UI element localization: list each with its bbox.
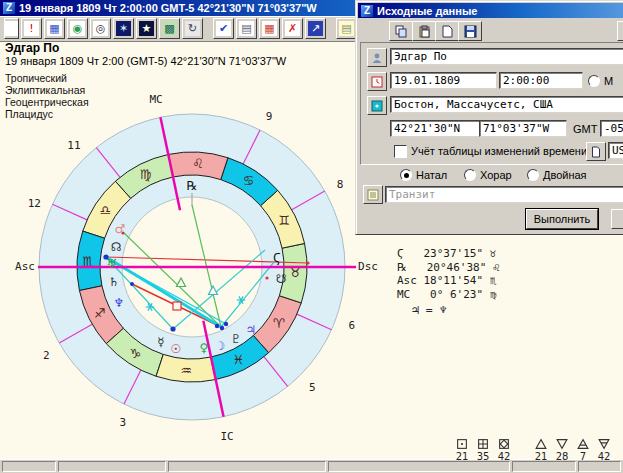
delete-date-icon: ✗ — [285, 21, 300, 36]
datetime-button[interactable] — [367, 72, 387, 91]
svg-text:Dsc: Dsc — [358, 260, 378, 273]
latitude-input[interactable]: 42°21'30"N — [390, 120, 480, 137]
double-label: Двойная — [543, 169, 587, 181]
horar-radio[interactable]: Хорар — [464, 169, 512, 181]
mars-glyph: ♂ — [115, 222, 126, 236]
svg-text:♐: ♐ — [94, 306, 106, 321]
chart-wheel-button[interactable]: ◎ — [90, 18, 111, 39]
jupiter-glyph: ♃ — [246, 323, 257, 337]
timezone-file-button[interactable] — [586, 142, 606, 161]
svg-text:5: 5 — [309, 381, 316, 394]
clock-icon — [371, 76, 383, 88]
square-dot-stat: 21 — [452, 438, 472, 462]
map-view-button[interactable]: ▩ — [159, 18, 180, 39]
neptune-glyph: ♆ — [114, 296, 125, 310]
svg-text:♓: ♓ — [233, 352, 245, 367]
calendar-button[interactable]: ▦ — [259, 18, 280, 39]
calendar-icon: ▦ — [262, 21, 277, 36]
person-name-input[interactable]: Эдгар По — [390, 48, 623, 65]
radio-dot — [527, 169, 539, 181]
dialog-logo-icon: Z — [361, 5, 373, 17]
edit-pen-icon: ✔ — [216, 21, 231, 36]
blank-icon — [5, 21, 18, 36]
refresh-button[interactable]: ↻ — [182, 18, 203, 39]
local-time-radio[interactable]: М — [588, 75, 613, 87]
new-file-icon — [441, 25, 454, 38]
clipped-button[interactable] — [611, 209, 623, 229]
svg-text:♌: ♌ — [192, 156, 204, 171]
source-data-dialog: Z Исходные данные Эдгар По 19.01.1809 2:… — [355, 0, 623, 235]
edit-pen-button[interactable]: ✔ — [213, 18, 234, 39]
elements-stats: 2128742 — [531, 438, 614, 462]
transit-list-button[interactable] — [363, 185, 383, 204]
ephemeris-table-button[interactable]: ▦ — [44, 18, 65, 39]
chart-jump-icon: ↗ — [308, 21, 323, 36]
delete-date-button[interactable]: ✗ — [282, 18, 303, 39]
pluto-glyph: ♇ — [231, 332, 242, 346]
time-input[interactable]: 2:00:00 — [499, 72, 583, 89]
zet-app-window: ♈♉♊♋♌♍♎♏♐♑♒♓♂☊♅♄♆☿☉♀☽♇♃Ϛ☋℞1211986532MCIC… — [0, 0, 623, 473]
person-icon — [371, 52, 383, 64]
timezone-table-checkbox[interactable] — [394, 145, 407, 158]
notes-button[interactable]: ▤ — [336, 18, 357, 39]
refresh-icon: ↻ — [185, 21, 200, 36]
paste-icon — [418, 25, 431, 38]
print-icon: ▤ — [239, 21, 254, 36]
save-button[interactable] — [458, 21, 482, 41]
new-button[interactable] — [435, 21, 459, 41]
timezone-file-select[interactable]: US- — [608, 142, 623, 159]
map-view-icon: ▩ — [162, 21, 177, 36]
sky-view-button[interactable]: ★ — [136, 18, 157, 39]
svg-text:♊: ♊ — [279, 213, 291, 228]
natal-radio[interactable]: Натал — [400, 169, 447, 181]
svg-text:3: 3 — [120, 416, 127, 429]
svg-text:2: 2 — [43, 349, 50, 362]
status-cell — [168, 461, 326, 472]
svg-text:♈: ♈ — [273, 316, 285, 331]
copy-button[interactable] — [389, 21, 413, 41]
chart-jump-button[interactable]: ↗ — [305, 18, 326, 39]
black-moon-glyph: Ϛ — [273, 251, 281, 265]
status-cell — [512, 461, 576, 472]
zodiac-type: Тропический — [5, 72, 286, 84]
globe-icon: ◉ — [70, 21, 85, 36]
dialog-title-bar[interactable]: Z Исходные данные — [358, 3, 623, 18]
alert-button[interactable]: ! — [21, 18, 42, 39]
saturn-glyph: ♄ — [109, 275, 120, 289]
svg-text:8: 8 — [337, 178, 344, 191]
svg-text:Asc: Asc — [15, 260, 35, 273]
element-statistics: 213542 2128742 — [452, 438, 614, 462]
date-input[interactable]: 19.01.1809 — [390, 72, 497, 89]
person-button[interactable] — [367, 48, 387, 67]
mercury-glyph: ☿ — [157, 335, 164, 349]
list-icon — [367, 189, 379, 201]
transit-input[interactable]: Транзит — [385, 186, 623, 203]
natal-label: Натал — [416, 169, 447, 181]
south-node-glyph: ☋ — [276, 272, 287, 286]
place-button[interactable] — [367, 96, 387, 115]
longitude-input[interactable]: 71°03'37"W — [479, 120, 567, 137]
coordinate-system: Эклиптикальная — [5, 84, 286, 96]
print-button[interactable]: ▤ — [236, 18, 257, 39]
globe-button[interactable]: ◉ — [67, 18, 88, 39]
notes-icon: ▤ — [339, 21, 354, 36]
uranus-glyph: ♅ — [107, 257, 118, 271]
horar-label: Хорар — [480, 169, 512, 181]
status-cell — [328, 461, 510, 472]
clipped-toolbar-button[interactable] — [617, 21, 623, 41]
copy-icon — [395, 25, 408, 38]
crosses-stats: 213542 — [452, 438, 514, 462]
svg-text:♍: ♍ — [140, 167, 152, 182]
blank-button[interactable] — [4, 18, 19, 39]
local-time-label: М — [604, 75, 613, 87]
place-input[interactable]: Бостон, Массачусетс, США — [390, 96, 623, 113]
timezone-table-label: Учёт таблицы изменений времени — [411, 145, 587, 157]
north-node-glyph: ☊ — [111, 240, 122, 254]
paste-button[interactable] — [412, 21, 436, 41]
run-button[interactable]: Выполнить — [526, 209, 598, 229]
radio-dot — [588, 75, 600, 87]
alert-icon: ! — [24, 21, 39, 36]
double-radio[interactable]: Двойная — [527, 169, 587, 181]
gmt-offset-input[interactable]: -05 — [600, 120, 623, 137]
planet-view-button[interactable]: ✶ — [113, 18, 134, 39]
